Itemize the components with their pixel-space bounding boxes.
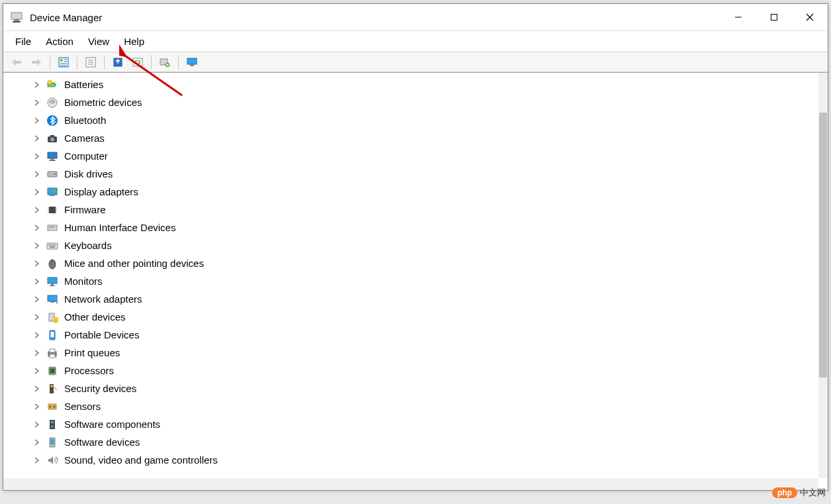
tree-item-hid[interactable]: Human Interface Devices — [3, 219, 818, 236]
tree-item-firmware[interactable]: Firmware — [3, 201, 818, 219]
chevron-right-icon[interactable] — [32, 223, 42, 232]
tree-item-label: Software components — [64, 419, 160, 430]
chevron-right-icon[interactable] — [32, 259, 42, 268]
chip-icon — [46, 203, 59, 217]
svg-rect-31 — [50, 135, 54, 137]
tree-item-print-queues[interactable]: Print queues — [3, 344, 818, 362]
tree-item-other[interactable]: ! Other devices — [3, 308, 818, 326]
tree-item-batteries[interactable]: Batteries — [3, 76, 818, 93]
chevron-right-icon[interactable] — [32, 134, 42, 143]
toolbar-separator — [151, 55, 152, 70]
tree-item-computer[interactable]: Computer — [3, 147, 818, 165]
maximize-button[interactable] — [756, 4, 792, 30]
scrollbar-thumb[interactable] — [819, 113, 827, 378]
tree-item-processors[interactable]: Processors — [3, 362, 818, 379]
scan-hardware-button[interactable] — [156, 54, 174, 70]
svg-rect-1 — [14, 19, 19, 21]
chevron-right-icon[interactable] — [32, 348, 42, 358]
svg-rect-4 — [771, 15, 777, 21]
svg-point-82 — [50, 385, 53, 387]
properties-button[interactable] — [81, 54, 100, 70]
chevron-right-icon[interactable] — [32, 170, 42, 179]
svg-rect-38 — [50, 195, 55, 196]
tree-item-cameras[interactable]: Cameras — [3, 129, 818, 147]
svg-rect-63 — [48, 295, 57, 301]
chevron-right-icon[interactable] — [32, 313, 42, 322]
svg-point-85 — [54, 405, 56, 407]
svg-rect-53 — [50, 244, 52, 246]
svg-rect-90 — [51, 439, 54, 444]
chevron-right-icon[interactable] — [32, 277, 42, 286]
add-legacy-hardware-button[interactable] — [183, 54, 201, 70]
menu-file[interactable]: File — [9, 33, 38, 50]
chevron-right-icon[interactable] — [32, 420, 42, 429]
tree-item-sensors[interactable]: Sensors — [3, 397, 818, 415]
uninstall-device-button[interactable] — [128, 54, 147, 70]
svg-point-26 — [48, 80, 52, 84]
tree-item-software-components[interactable]: Software components — [3, 415, 818, 433]
chevron-right-icon[interactable] — [32, 205, 42, 215]
svg-rect-34 — [49, 160, 56, 161]
chevron-right-icon[interactable] — [32, 330, 42, 340]
menu-view[interactable]: View — [81, 33, 116, 50]
tree-item-security[interactable]: Security devices — [3, 379, 818, 397]
monitor-icon — [46, 275, 59, 288]
tree-item-label: Other devices — [64, 311, 126, 323]
chevron-right-icon[interactable] — [32, 402, 42, 411]
tree-item-label: Sound, video and game controllers — [64, 454, 218, 466]
vertical-scrollbar[interactable] — [818, 73, 828, 478]
chevron-right-icon[interactable] — [32, 295, 42, 304]
hid-icon — [46, 221, 59, 234]
tree-item-keyboards[interactable]: Keyboards — [3, 236, 818, 254]
tree-item-mice[interactable]: Mice and other pointing devices — [3, 254, 818, 272]
chevron-right-icon[interactable] — [32, 438, 42, 447]
watermark-text: 中文网 — [800, 487, 826, 499]
svg-rect-69 — [51, 332, 54, 337]
svg-rect-61 — [51, 283, 54, 285]
back-button[interactable] — [7, 54, 26, 70]
svg-rect-74 — [50, 369, 54, 373]
chevron-right-icon[interactable] — [32, 80, 42, 89]
display-adapter-icon — [46, 185, 59, 199]
tree-item-disk-drives[interactable]: Disk drives — [3, 165, 818, 183]
forward-button[interactable] — [27, 54, 46, 70]
bluetooth-icon — [46, 114, 59, 127]
svg-rect-60 — [48, 277, 57, 283]
chevron-right-icon[interactable] — [32, 187, 42, 197]
chevron-right-icon[interactable] — [32, 152, 42, 161]
tree-item-bluetooth[interactable]: Bluetooth — [3, 111, 818, 129]
horizontal-scrollbar[interactable] — [3, 478, 818, 490]
chevron-right-icon[interactable] — [32, 366, 42, 376]
tree-item-label: Batteries — [64, 79, 103, 90]
menu-action[interactable]: Action — [39, 33, 80, 50]
tree-item-display-adapters[interactable]: Display adapters — [3, 183, 818, 201]
tree-item-monitors[interactable]: Monitors — [3, 272, 818, 290]
chevron-right-icon[interactable] — [32, 116, 42, 125]
show-hidden-button[interactable] — [54, 54, 73, 70]
tree-item-software-devices[interactable]: Software devices — [3, 433, 818, 451]
watermark-badge: php — [772, 487, 797, 498]
svg-rect-87 — [51, 421, 54, 423]
svg-rect-57 — [50, 246, 55, 248]
svg-rect-56 — [55, 244, 56, 246]
tree-item-biometric[interactable]: Biometric devices — [3, 93, 818, 111]
mouse-icon — [46, 257, 59, 270]
chevron-right-icon[interactable] — [32, 241, 42, 250]
device-tree[interactable]: Batteries Biometric devices Bluetooth Ca… — [3, 73, 818, 478]
close-button[interactable] — [792, 4, 828, 30]
chevron-right-icon[interactable] — [32, 384, 42, 393]
svg-rect-55 — [54, 244, 55, 246]
menu-help[interactable]: Help — [117, 33, 151, 50]
tree-item-label: Biometric devices — [64, 97, 142, 108]
minimize-button[interactable] — [720, 4, 756, 30]
software-device-icon — [46, 436, 59, 449]
update-driver-button[interactable] — [109, 54, 127, 70]
tree-item-network[interactable]: Network adapters — [3, 290, 818, 308]
chevron-right-icon[interactable] — [32, 98, 42, 107]
chevron-right-icon[interactable] — [32, 456, 42, 465]
camera-icon — [46, 132, 59, 145]
tree-item-sound[interactable]: Sound, video and game controllers — [3, 451, 818, 469]
software-component-icon — [46, 418, 59, 431]
svg-rect-22 — [187, 58, 197, 64]
tree-item-portable[interactable]: Portable Devices — [3, 326, 818, 344]
